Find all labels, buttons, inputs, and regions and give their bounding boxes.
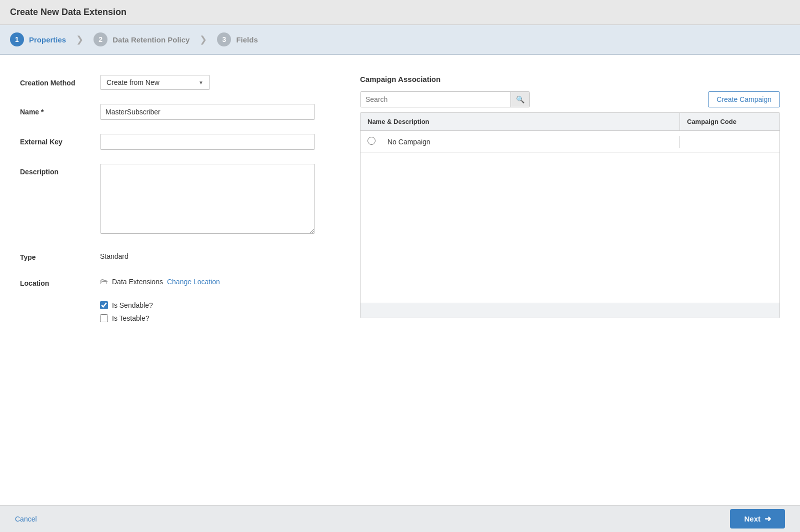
cancel-button[interactable]: Cancel [15,515,37,523]
type-value: Standard [100,249,330,260]
name-row: Name * [20,104,330,120]
next-button[interactable]: Next ➜ [730,509,785,529]
step-3-fields[interactable]: 3 Fields [217,32,258,46]
external-key-input[interactable] [100,134,315,150]
is-sendable-label: Is Sendable? [112,301,153,309]
step-1-properties[interactable]: 1 Properties [10,32,66,46]
campaign-table: Name & Description Campaign Code No Camp… [360,112,780,318]
dropdown-arrow-icon: ▼ [198,80,204,85]
creation-method-value: Create from New [106,78,160,86]
external-key-label: External Key [20,134,100,146]
location-folder-name: Data Extensions [112,278,163,286]
title-text: Create New Data Extension [10,7,126,17]
step-3-label: Fields [236,35,258,44]
col-name-header: Name & Description [360,113,680,130]
page-title: Create New Data Extension [0,0,800,25]
type-row: Type Standard [20,249,330,261]
search-create-row: 🔍 Create Campaign [360,91,780,107]
is-testable-checkbox[interactable] [100,314,108,322]
table-header: Name & Description Campaign Code [360,113,780,131]
col-code-header: Campaign Code [680,113,780,130]
next-arrow-icon: ➜ [764,514,771,524]
location-value: 🗁 Data Extensions Change Location [100,275,330,286]
is-testable-label: Is Testable? [112,314,149,322]
description-label: Description [20,164,100,176]
search-icon: 🔍 [516,95,524,103]
change-location-link[interactable]: Change Location [167,278,220,286]
is-sendable-checkbox-item[interactable]: Is Sendable? [100,301,330,309]
location-control: 🗁 Data Extensions Change Location [100,275,330,286]
name-label: Name * [20,104,100,116]
no-campaign-label: No Campaign [388,138,430,146]
type-label: Type [20,249,100,261]
campaign-section-title: Campaign Association [360,75,780,83]
table-row: No Campaign [360,131,780,153]
search-button[interactable]: 🔍 [510,92,530,107]
step-3-number: 3 [217,32,231,46]
step-1-label: Properties [29,35,66,44]
no-campaign-cell: No Campaign [380,132,680,152]
step-1-number: 1 [10,32,24,46]
step-2-label: Data Retention Policy [112,35,190,44]
main-content: Creation Method Create from New ▼ Name *… [0,55,800,505]
create-campaign-button[interactable]: Create Campaign [708,91,780,107]
creation-method-row: Creation Method Create from New ▼ [20,75,330,90]
next-label: Next [744,515,760,523]
radio-cell [360,131,380,152]
campaign-radio[interactable] [368,137,376,145]
form-panel: Creation Method Create from New ▼ Name *… [20,75,330,505]
step-2-number: 2 [94,32,108,46]
is-sendable-checkbox[interactable] [100,301,108,309]
external-key-row: External Key [20,134,330,150]
external-key-control [100,134,330,150]
name-input[interactable] [100,104,315,120]
table-empty-area [360,153,780,303]
wizard-steps: 1 Properties ❯ 2 Data Retention Policy ❯… [0,25,800,55]
is-testable-checkbox-item[interactable]: Is Testable? [100,314,330,322]
name-control [100,104,330,120]
creation-method-label: Creation Method [20,75,100,87]
search-input[interactable] [360,92,510,107]
checkboxes-section: Is Sendable? Is Testable? [100,301,330,322]
folder-icon: 🗁 [100,277,108,286]
bottom-bar: Cancel Next ➜ [0,505,800,532]
location-label: Location [20,275,100,287]
campaign-panel: Campaign Association 🔍 Create Campaign N… [360,75,780,505]
table-footer [360,303,780,318]
creation-method-dropdown[interactable]: Create from New ▼ [100,75,210,90]
description-row: Description [20,164,330,235]
step-2-retention[interactable]: 2 Data Retention Policy [94,32,190,46]
step-arrow-2: ❯ [200,34,207,45]
campaign-code-cell [680,136,780,148]
search-input-wrapper: 🔍 [360,91,530,107]
description-control [100,164,330,235]
description-textarea[interactable] [100,164,315,234]
location-row: Location 🗁 Data Extensions Change Locati… [20,275,330,287]
creation-method-control: Create from New ▼ [100,75,330,90]
step-arrow-1: ❯ [76,34,84,45]
